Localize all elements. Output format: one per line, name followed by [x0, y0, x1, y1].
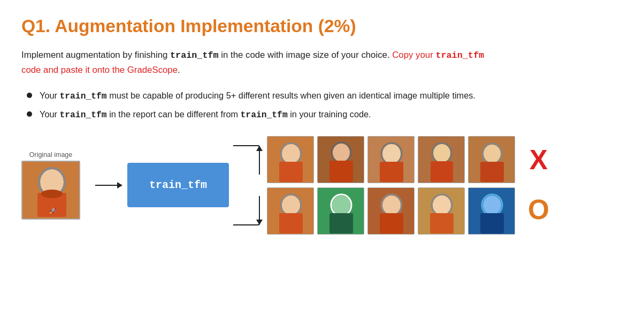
input-arrow [95, 185, 122, 186]
svg-point-15 [382, 144, 401, 163]
svg-point-19 [433, 144, 450, 162]
original-image-svg: 🚀 [22, 162, 80, 220]
list-item-2: Your train_tfm in the report can be diff… [27, 107, 623, 123]
intro-red-3: GradeScope [125, 65, 178, 75]
results-row-top [267, 136, 515, 183]
intro-text-1: Implement augmentation by finishing [21, 50, 170, 60]
result-img-3 [418, 136, 465, 183]
svg-rect-41 [430, 213, 454, 233]
results-area [267, 136, 515, 235]
svg-point-27 [282, 195, 300, 215]
svg-rect-45 [480, 213, 504, 233]
svg-rect-25 [480, 162, 504, 182]
svg-point-31 [332, 195, 350, 215]
svg-rect-21 [431, 161, 453, 182]
svg-rect-33 [329, 213, 353, 233]
intro-red-1: Copy your [392, 50, 435, 60]
bullet-dot-2 [27, 111, 32, 117]
result-img-b1 [317, 187, 364, 235]
diagram-area: Original image 🚀 train_tfm [21, 135, 623, 235]
svg-point-4 [41, 190, 63, 198]
svg-point-23 [484, 145, 501, 163]
svg-text:🚀: 🚀 [49, 207, 57, 214]
intro-text-2: in the code with image size of your choi… [219, 50, 393, 60]
result-img-4 [468, 136, 515, 183]
svg-point-35 [382, 195, 401, 215]
result-img-1 [317, 136, 364, 183]
svg-point-7 [282, 144, 300, 163]
result-img-b3 [418, 187, 465, 235]
x-marker: X [530, 146, 548, 174]
intro-paragraph: Implement augmentation by finishing trai… [21, 48, 503, 78]
fork-arrow-down [233, 196, 260, 225]
original-label: Original image [29, 151, 72, 159]
bullet-1-code: train_tfm [60, 91, 107, 101]
bullet-2-text: Your train_tfm in the report can be diff… [40, 107, 371, 123]
intro-code-2: train_tfm [435, 50, 484, 61]
intro-period: . [178, 65, 180, 75]
bullet-2-code2: train_tfm [241, 110, 288, 120]
intro-code-1: train_tfm [170, 50, 219, 61]
intro-red-2: code and paste it onto the [21, 65, 125, 75]
bullet-1-text: Your train_tfm must be capable of produc… [40, 88, 476, 104]
xo-column: X O [519, 135, 549, 235]
bullet-2-code1: train_tfm [60, 110, 107, 120]
original-image: 🚀 [21, 161, 80, 220]
result-img-b2 [367, 187, 415, 235]
result-img-0 [267, 136, 314, 183]
train-tfm-box: train_tfm [127, 163, 229, 207]
svg-point-39 [433, 195, 451, 215]
bullet-list: Your train_tfm must be capable of produc… [21, 88, 623, 123]
o-marker: O [528, 196, 549, 223]
fork-arrows [233, 140, 260, 231]
bullet-dot-1 [27, 93, 32, 98]
svg-point-11 [333, 144, 350, 162]
result-img-b0 [267, 187, 314, 235]
list-item-1: Your train_tfm must be capable of produc… [27, 88, 623, 104]
fork-arrow-up [233, 145, 260, 175]
result-img-2 [367, 136, 415, 183]
svg-rect-37 [380, 213, 403, 233]
page-title: Q1. Augmentation Implementation (2%) [21, 16, 623, 36]
svg-point-43 [483, 195, 501, 215]
svg-rect-17 [380, 162, 403, 182]
svg-rect-29 [279, 213, 303, 233]
svg-rect-13 [329, 161, 353, 182]
result-img-b4 [468, 187, 515, 235]
results-row-bottom [267, 187, 515, 235]
svg-rect-9 [279, 162, 303, 182]
original-image-section: Original image 🚀 [21, 151, 80, 220]
arrow-line [95, 185, 122, 186]
